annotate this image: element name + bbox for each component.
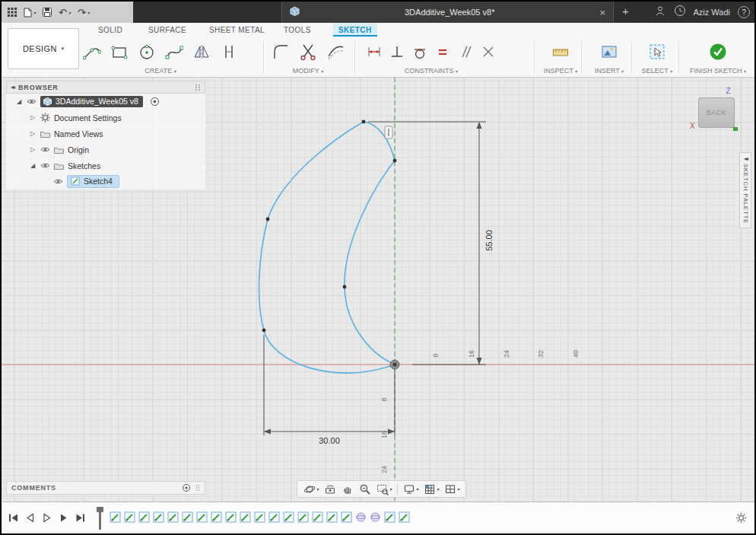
- sketch-point[interactable]: [266, 218, 270, 221]
- browser-row-origin[interactable]: ▷ Origin: [6, 142, 205, 158]
- timeline-feature-sketch[interactable]: [167, 511, 179, 523]
- tab-solid[interactable]: SOLID: [93, 24, 128, 37]
- expand-icon[interactable]: ▷: [29, 146, 37, 153]
- viewports-icon[interactable]: ▾: [444, 483, 459, 495]
- comments-target-icon[interactable]: [182, 483, 191, 492]
- tab-sheet-metal[interactable]: SHEET METAL: [204, 24, 270, 37]
- new-tab-button[interactable]: +: [622, 5, 629, 18]
- timeline-feature-sketch[interactable]: [124, 511, 135, 523]
- timeline-feature-sketch[interactable]: [182, 511, 193, 523]
- document-tab[interactable]: 3DAdditive_Week05 v8* ×: [281, 2, 614, 23]
- save-icon[interactable]: [43, 8, 52, 17]
- timeline-feature-sketch[interactable]: [312, 511, 323, 523]
- timeline-feature-sketch[interactable]: [110, 511, 121, 523]
- expand-icon[interactable]: ▷: [29, 114, 37, 121]
- spline-tool-icon[interactable]: [163, 40, 186, 63]
- expand-palette-icon[interactable]: ◂◂: [744, 155, 747, 162]
- timeline-feature-sketch[interactable]: [399, 511, 410, 523]
- symmetry-constraint-icon[interactable]: [479, 40, 497, 63]
- timeline-feature-sketch[interactable]: [268, 511, 280, 523]
- timeline-feature-sketch[interactable]: [341, 511, 352, 523]
- browser-row-sketches[interactable]: ◢ Sketches: [6, 158, 205, 174]
- timeline-feature-sketch[interactable]: [283, 511, 294, 523]
- circle-tool-icon[interactable]: [135, 40, 158, 63]
- timeline-feature-sketch[interactable]: [196, 511, 208, 523]
- look-at-icon[interactable]: [324, 483, 336, 495]
- sketch-dimension-icon[interactable]: [365, 40, 383, 63]
- dimension-30[interactable]: [264, 335, 395, 435]
- step-back-icon[interactable]: [24, 512, 36, 524]
- timeline-feature-sketch[interactable]: [297, 511, 309, 523]
- measure-tool-icon[interactable]: [549, 40, 572, 63]
- grid-settings-icon[interactable]: ▾: [424, 483, 439, 495]
- user-name[interactable]: Aziz Wadi: [694, 8, 731, 17]
- visibility-eye-icon[interactable]: [40, 146, 50, 153]
- drag-grip-icon[interactable]: [195, 84, 201, 91]
- fillet-tool-icon[interactable]: [269, 40, 292, 63]
- timeline-feature-sketch[interactable]: [326, 511, 338, 523]
- tab-tools[interactable]: TOOLS: [278, 24, 316, 37]
- expand-icon[interactable]: ◢: [29, 162, 37, 169]
- zoom-icon[interactable]: [359, 483, 371, 495]
- dimension-55[interactable]: [368, 122, 486, 365]
- inner-spline-curve[interactable]: [345, 161, 395, 365]
- active-document-chip[interactable]: 3DAdditive_Week05 v8: [40, 96, 143, 107]
- timeline-feature-sketch[interactable]: [225, 511, 237, 523]
- constraints-menu[interactable]: CONSTRAINTS ▾: [405, 67, 458, 75]
- play-icon[interactable]: [41, 512, 52, 524]
- modify-menu[interactable]: MODIFY ▾: [293, 67, 323, 75]
- timeline-settings-gear-icon[interactable]: [735, 512, 747, 527]
- select-menu[interactable]: SELECT ▾: [642, 67, 672, 75]
- perpendicular-constraint-icon[interactable]: [388, 40, 406, 63]
- zoom-window-icon[interactable]: ▾: [376, 483, 392, 495]
- parallel-constraint-icon[interactable]: [456, 40, 475, 63]
- app-menu-icon[interactable]: [8, 8, 17, 17]
- sketch-point[interactable]: [393, 159, 397, 163]
- notifications-clock-icon[interactable]: [674, 5, 686, 20]
- display-settings-icon[interactable]: ▾: [403, 483, 418, 495]
- create-menu[interactable]: CREATE ▾: [145, 67, 176, 75]
- timeline-feature-form[interactable]: [370, 511, 381, 523]
- insert-image-icon[interactable]: [598, 40, 621, 63]
- tab-surface[interactable]: SURFACE: [143, 24, 192, 37]
- timeline-feature-sketch[interactable]: [384, 511, 395, 523]
- offset-tool-icon[interactable]: [324, 40, 347, 63]
- redo-icon[interactable]: ↷▾: [78, 7, 90, 18]
- timeline-feature-sketch[interactable]: [211, 511, 222, 523]
- rectangle-tool-icon[interactable]: [108, 40, 131, 63]
- mirror-tool-icon[interactable]: [190, 40, 213, 63]
- collapse-browser-icon[interactable]: ◂◂: [11, 84, 14, 91]
- dim-horizontal-value[interactable]: 30.00: [319, 436, 340, 445]
- activate-radio-icon[interactable]: [150, 97, 160, 107]
- slot-tool-icon[interactable]: [218, 40, 240, 63]
- sketch-point[interactable]: [262, 329, 266, 333]
- visibility-eye-icon[interactable]: [53, 178, 63, 185]
- workspace-selector[interactable]: DESIGN ▾: [8, 28, 79, 69]
- insert-menu[interactable]: INSERT ▾: [595, 67, 624, 75]
- browser-row-named-views[interactable]: ▷ Named Views: [6, 126, 205, 142]
- job-status-icon[interactable]: [654, 5, 666, 20]
- skip-to-end-icon[interactable]: [75, 512, 86, 524]
- close-tab-icon[interactable]: ×: [599, 7, 605, 18]
- timeline-feature-sketch[interactable]: [240, 511, 251, 523]
- tab-sketch[interactable]: SKETCH: [333, 24, 377, 37]
- step-forward-icon[interactable]: [58, 512, 69, 524]
- expand-icon[interactable]: ▷: [29, 130, 37, 137]
- expand-icon[interactable]: ◢: [15, 98, 23, 105]
- file-menu-icon[interactable]: ▾: [24, 8, 36, 18]
- sketch-point[interactable]: [343, 285, 347, 289]
- select-tool-icon[interactable]: [646, 40, 669, 63]
- browser-row-document-settings[interactable]: ▷ Document Settings: [6, 110, 205, 126]
- sketch-point[interactable]: [362, 120, 366, 124]
- canvas-viewport[interactable]: 55.00 30.00: [2, 78, 754, 502]
- outer-spline-curve[interactable]: [259, 122, 395, 373]
- timeline-feature-sketch[interactable]: [153, 511, 164, 523]
- finish-sketch-icon[interactable]: [707, 40, 729, 63]
- timeline-feature-form[interactable]: [355, 511, 367, 523]
- visibility-eye-icon[interactable]: [40, 162, 50, 169]
- inspect-menu[interactable]: INSPECT ▾: [544, 67, 577, 75]
- viewcube-face-label[interactable]: BACK: [707, 109, 727, 116]
- dim-vertical-value[interactable]: 55.00: [484, 230, 494, 251]
- line-tool-icon[interactable]: [81, 40, 103, 63]
- sketch-palette-tab[interactable]: ◂◂ SKETCH PALETTE: [739, 152, 751, 228]
